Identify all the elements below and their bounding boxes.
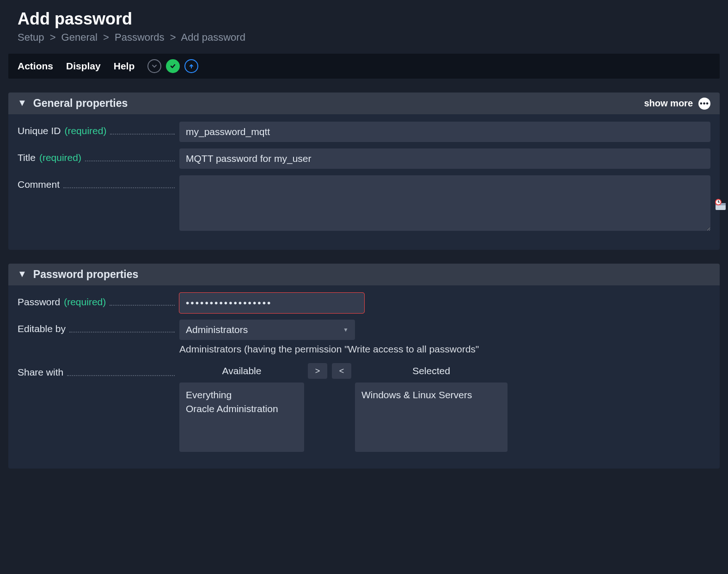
section-password-properties: ▼ Password properties Password (required… (8, 264, 720, 469)
password-input[interactable] (179, 293, 364, 313)
editable-by-hint: Administrators (having the permission "W… (179, 344, 710, 355)
breadcrumb: Setup > General > Passwords > Add passwo… (8, 31, 720, 43)
menu-display[interactable]: Display (66, 61, 101, 72)
toolbar: Actions Display Help (8, 54, 720, 79)
select-value: Administrators (179, 320, 355, 340)
available-header: Available (179, 365, 304, 376)
chevron-right-icon: > (170, 31, 176, 43)
section-title: General properties (33, 97, 128, 110)
label-share-with: Share with (18, 367, 63, 378)
check-icon[interactable] (166, 59, 180, 73)
editable-by-select[interactable]: Administrators ▼ (179, 320, 355, 340)
dotted-leader (69, 332, 175, 333)
selected-listbox[interactable]: Windows & Linux Servers (355, 383, 508, 452)
upload-icon[interactable] (184, 59, 198, 73)
show-more-button[interactable]: show more ••• (644, 98, 710, 110)
label-editable-by: Editable by (18, 323, 66, 334)
move-left-button[interactable]: < (332, 363, 351, 379)
list-item[interactable]: Oracle Administration (186, 402, 298, 416)
section-header[interactable]: ▼ Password properties (8, 264, 720, 285)
breadcrumb-item: Add password (181, 31, 245, 43)
breadcrumb-item[interactable]: General (61, 31, 98, 43)
move-right-button[interactable]: > (308, 363, 327, 379)
menu-help[interactable]: Help (114, 61, 135, 72)
schedule-icon[interactable] (714, 198, 727, 211)
comment-input[interactable] (179, 175, 710, 231)
dotted-leader (110, 134, 175, 135)
available-listbox[interactable]: Everything Oracle Administration (179, 383, 304, 452)
chevron-down-icon[interactable] (147, 59, 161, 73)
dotted-leader (85, 160, 175, 161)
section-title: Password properties (33, 268, 139, 281)
selected-header: Selected (355, 365, 508, 376)
label-unique-id: Unique ID (18, 125, 61, 136)
menu-actions[interactable]: Actions (18, 61, 53, 72)
dotted-leader (67, 375, 175, 376)
label-password: Password (18, 296, 60, 308)
title-input[interactable] (179, 148, 710, 169)
more-icon: ••• (698, 98, 710, 110)
unique-id-input[interactable] (179, 122, 710, 142)
required-marker: (required) (64, 125, 106, 136)
triangle-down-icon: ▼ (18, 98, 27, 108)
required-marker: (required) (64, 296, 106, 308)
list-item[interactable]: Windows & Linux Servers (361, 388, 501, 402)
dotted-leader (110, 305, 175, 306)
dotted-leader (63, 187, 175, 188)
breadcrumb-item[interactable]: Passwords (115, 31, 165, 43)
breadcrumb-item[interactable]: Setup (18, 31, 44, 43)
page-title: Add password (8, 9, 720, 29)
section-header[interactable]: ▼ General properties show more ••• (8, 93, 720, 114)
section-general-properties: ▼ General properties show more ••• Uniqu… (8, 93, 720, 250)
required-marker: (required) (39, 152, 81, 163)
triangle-down-icon: ▼ (18, 269, 27, 279)
label-comment: Comment (18, 179, 60, 190)
list-item[interactable]: Everything (186, 388, 298, 402)
show-more-label: show more (644, 98, 693, 109)
chevron-right-icon: > (50, 31, 56, 43)
label-title: Title (18, 152, 36, 163)
chevron-right-icon: > (103, 31, 109, 43)
